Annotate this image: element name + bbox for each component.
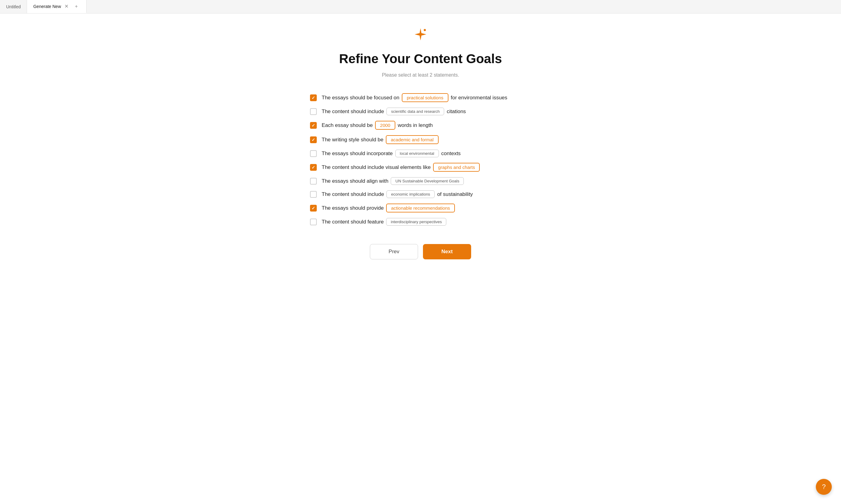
checkbox-4[interactable] bbox=[310, 137, 317, 143]
statement-text-6: The content should include visual elemen… bbox=[322, 163, 480, 172]
checkbox-9[interactable] bbox=[310, 205, 317, 212]
checkbox-7[interactable] bbox=[310, 178, 317, 184]
statement-prefix-1: The essays should be focused on bbox=[322, 95, 399, 101]
statement-tag-10[interactable]: interdisciplinary perspectives bbox=[386, 218, 446, 226]
statement-prefix-8: The content should include bbox=[322, 191, 384, 197]
statement-row-4: The writing style should beacademic and … bbox=[310, 135, 531, 144]
statement-suffix-1: for environmental issues bbox=[451, 95, 508, 101]
statement-tag-7[interactable]: UN Sustainable Development Goals bbox=[391, 177, 464, 185]
checkbox-3[interactable] bbox=[310, 122, 317, 129]
statement-text-7: The essays should align withUN Sustainab… bbox=[322, 177, 464, 185]
button-row: Prev Next bbox=[370, 244, 471, 259]
page-title: Refine Your Content Goals bbox=[339, 52, 502, 66]
statement-text-10: The content should featureinterdisciplin… bbox=[322, 218, 446, 226]
support-icon: ? bbox=[822, 483, 826, 491]
tab-actions: ✕ + bbox=[63, 3, 80, 10]
tab-add-button[interactable]: + bbox=[73, 3, 80, 10]
prev-button[interactable]: Prev bbox=[370, 244, 418, 259]
statement-row-7: The essays should align withUN Sustainab… bbox=[310, 177, 531, 185]
statement-text-8: The content should includeeconomic impli… bbox=[322, 191, 473, 198]
statement-tag-2[interactable]: scientific data and research bbox=[387, 108, 444, 115]
checkbox-1[interactable] bbox=[310, 94, 317, 101]
main-content: Refine Your Content Goals Please select … bbox=[282, 14, 559, 284]
statement-tag-4[interactable]: academic and formal bbox=[386, 135, 438, 144]
statement-prefix-3: Each essay should be bbox=[322, 122, 373, 128]
tab-untitled-label: Untitled bbox=[6, 4, 20, 9]
statement-prefix-2: The content should include bbox=[322, 109, 384, 115]
statement-text-9: The essays should provideactionable reco… bbox=[322, 203, 455, 213]
statement-row-9: The essays should provideactionable reco… bbox=[310, 203, 531, 213]
statement-prefix-5: The essays should incorporate bbox=[322, 150, 393, 157]
statement-row-8: The content should includeeconomic impli… bbox=[310, 191, 531, 198]
tab-bar: Untitled Generate New ✕ + bbox=[0, 0, 841, 14]
statement-tag-3[interactable]: 2000 bbox=[375, 121, 395, 130]
statement-prefix-4: The writing style should be bbox=[322, 137, 383, 143]
statement-text-5: The essays should incorporatelocal envir… bbox=[322, 150, 461, 157]
statement-row-6: The content should include visual elemen… bbox=[310, 163, 531, 172]
statement-suffix-5: contexts bbox=[441, 150, 461, 157]
statement-tag-1[interactable]: practical solutions bbox=[402, 93, 448, 102]
statement-text-2: The content should includescientific dat… bbox=[322, 108, 466, 115]
statement-row-10: The content should featureinterdisciplin… bbox=[310, 218, 531, 226]
tab-generate-new[interactable]: Generate New ✕ + bbox=[27, 0, 86, 13]
statement-tag-5[interactable]: local environmental bbox=[395, 150, 439, 157]
statement-row-2: The content should includescientific dat… bbox=[310, 108, 531, 115]
statement-row-3: Each essay should be2000words in length bbox=[310, 121, 531, 130]
next-button[interactable]: Next bbox=[423, 244, 471, 259]
subtitle: Please select at least 2 statements. bbox=[382, 72, 459, 78]
statement-suffix-2: citations bbox=[447, 109, 466, 115]
statement-text-1: The essays should be focused onpractical… bbox=[322, 93, 508, 102]
statement-tag-9[interactable]: actionable recommendations bbox=[386, 203, 455, 213]
statement-text-4: The writing style should beacademic and … bbox=[322, 135, 439, 144]
statement-prefix-7: The essays should align with bbox=[322, 178, 388, 184]
tab-close-button[interactable]: ✕ bbox=[63, 3, 70, 10]
statement-prefix-6: The content should include visual elemen… bbox=[322, 164, 431, 170]
tab-generate-new-label: Generate New bbox=[33, 4, 61, 9]
tab-untitled[interactable]: Untitled bbox=[0, 0, 27, 13]
statement-row-1: The essays should be focused onpractical… bbox=[310, 93, 531, 102]
statement-prefix-10: The content should feature bbox=[322, 219, 384, 225]
checkbox-5[interactable] bbox=[310, 150, 317, 157]
statement-tag-6[interactable]: graphs and charts bbox=[433, 163, 480, 172]
support-fab[interactable]: ? bbox=[816, 479, 832, 495]
checkbox-10[interactable] bbox=[310, 219, 317, 225]
statements-list: The essays should be focused onpractical… bbox=[310, 93, 531, 226]
checkbox-8[interactable] bbox=[310, 191, 317, 198]
statement-tag-8[interactable]: economic implications bbox=[387, 191, 435, 198]
checkbox-6[interactable] bbox=[310, 164, 317, 171]
statement-row-5: The essays should incorporatelocal envir… bbox=[310, 150, 531, 157]
statement-prefix-9: The essays should provide bbox=[322, 205, 384, 211]
svg-point-0 bbox=[424, 29, 426, 31]
checkbox-2[interactable] bbox=[310, 108, 317, 115]
sparkle-icon bbox=[412, 26, 429, 46]
statement-text-3: Each essay should be2000words in length bbox=[322, 121, 433, 130]
statement-suffix-3: words in length bbox=[398, 122, 433, 128]
statement-suffix-8: of sustainability bbox=[437, 191, 473, 197]
